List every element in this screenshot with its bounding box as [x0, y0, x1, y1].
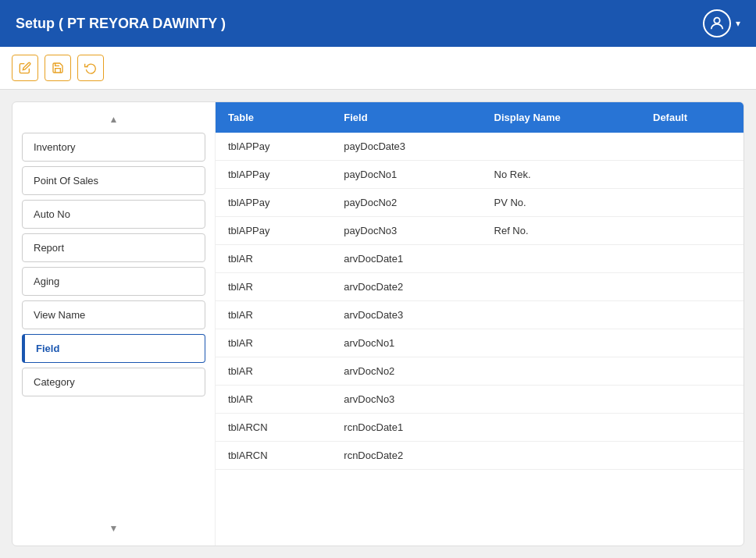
cell-field: arvDocNo2 — [331, 357, 481, 386]
col-header-display_name: Display Name — [482, 102, 640, 133]
table-row[interactable]: tblARarvDocDate1 — [216, 245, 744, 273]
cell-display_name — [482, 245, 640, 273]
sidebar-item-auto-no[interactable]: Auto No — [22, 200, 205, 229]
edit-button[interactable] — [12, 55, 38, 81]
cell-display_name — [482, 414, 640, 442]
cell-table: tblAPPay — [216, 189, 331, 217]
col-header-field: Field — [331, 102, 481, 133]
toolbar — [0, 47, 756, 90]
cell-table: tblARCN — [216, 414, 331, 442]
sidebar-collapse-button[interactable]: ▲ — [12, 110, 215, 133]
cell-table: tblAPPay — [216, 133, 331, 161]
cell-table: tblAPPay — [216, 161, 331, 189]
table-row[interactable]: tblAPPaypayDocNo2PV No. — [216, 189, 744, 217]
table-row[interactable]: tblARarvDocNo2 — [216, 357, 744, 386]
cell-table: tblAR — [216, 245, 331, 273]
table-row[interactable]: tblAPPaypayDocNo1No Rek. — [216, 161, 744, 189]
cell-field: arvDocDate2 — [331, 273, 481, 301]
chevron-down-icon: ▾ — [736, 18, 740, 29]
svg-point-0 — [714, 18, 719, 23]
cell-table: tblAR — [216, 386, 331, 414]
cell-display_name: PV No. — [482, 189, 640, 217]
table-row[interactable]: tblARarvDocDate2 — [216, 273, 744, 301]
cell-default — [640, 217, 744, 245]
sidebar-expand-button[interactable]: ▼ — [12, 515, 215, 538]
app-title: Setup ( PT REYORA DAWINTY ) — [16, 16, 226, 32]
cell-table: tblARCN — [216, 442, 331, 470]
cell-default — [640, 414, 744, 442]
cell-field: payDocNo3 — [331, 217, 481, 245]
cell-table: tblAR — [216, 273, 331, 301]
cell-field: arvDocDate3 — [331, 301, 481, 329]
cell-field: arvDocDate1 — [331, 245, 481, 273]
sidebar-item-inventory[interactable]: Inventory — [22, 133, 205, 162]
data-table: TableFieldDisplay NameDefault tblAPPaypa… — [216, 102, 744, 470]
cell-display_name — [482, 301, 640, 329]
table-row[interactable]: tblARCNrcnDocDate1 — [216, 414, 744, 442]
cell-default — [640, 161, 744, 189]
sidebar-items-list: InventoryPoint Of SalesAuto NoReportAgin… — [12, 133, 215, 515]
cell-display_name: Ref No. — [482, 217, 640, 245]
cell-field: rcnDocDate1 — [331, 414, 481, 442]
cell-default — [640, 301, 744, 329]
cell-display_name — [482, 273, 640, 301]
content-card: ▲ InventoryPoint Of SalesAuto NoReportAg… — [12, 101, 744, 546]
table-row[interactable]: tblARarvDocDate3 — [216, 301, 744, 329]
sidebar-item-report[interactable]: Report — [22, 233, 205, 262]
table-row[interactable]: tblAPPaypayDocNo3Ref No. — [216, 217, 744, 245]
cell-table: tblAR — [216, 301, 331, 329]
cell-default — [640, 273, 744, 301]
col-header-default: Default — [640, 102, 744, 133]
table-row[interactable]: tblARarvDocNo3 — [216, 386, 744, 414]
sidebar-item-point-of-sales[interactable]: Point Of Sales — [22, 166, 205, 195]
cell-display_name — [482, 329, 640, 357]
save-button[interactable] — [45, 55, 71, 81]
cell-default — [640, 442, 744, 470]
cell-field: arvDocNo3 — [331, 386, 481, 414]
cell-field: arvDocNo1 — [331, 329, 481, 357]
user-menu[interactable]: ▾ — [703, 9, 740, 37]
table-wrapper[interactable]: TableFieldDisplay NameDefault tblAPPaypa… — [216, 102, 744, 546]
cell-table: tblAPPay — [216, 217, 331, 245]
table-row[interactable]: tblARCNrcnDocDate2 — [216, 442, 744, 470]
cell-default — [640, 386, 744, 414]
cell-default — [640, 245, 744, 273]
reset-button[interactable] — [77, 55, 104, 81]
cell-table: tblAR — [216, 357, 331, 386]
cell-display_name — [482, 133, 640, 161]
table-row[interactable]: tblARarvDocNo1 — [216, 329, 744, 357]
cell-display_name — [482, 442, 640, 470]
cell-default — [640, 133, 744, 161]
avatar — [703, 9, 731, 37]
cell-table: tblAR — [216, 329, 331, 357]
table-header-row: TableFieldDisplay NameDefault — [216, 102, 744, 133]
cell-display_name — [482, 357, 640, 386]
header: Setup ( PT REYORA DAWINTY ) ▾ — [0, 0, 756, 47]
sidebar-item-field[interactable]: Field — [22, 334, 205, 363]
cell-field: payDocDate3 — [331, 133, 481, 161]
cell-default — [640, 357, 744, 386]
cell-field: payDocNo2 — [331, 189, 481, 217]
sidebar-item-aging[interactable]: Aging — [22, 267, 205, 296]
sidebar-item-category[interactable]: Category — [22, 368, 205, 396]
sidebar: ▲ InventoryPoint Of SalesAuto NoReportAg… — [12, 102, 216, 546]
cell-field: payDocNo1 — [331, 161, 481, 189]
col-header-table: Table — [216, 102, 331, 133]
table-area: TableFieldDisplay NameDefault tblAPPaypa… — [216, 102, 744, 546]
sidebar-item-view-name[interactable]: View Name — [22, 300, 205, 329]
cell-display_name: No Rek. — [482, 161, 640, 189]
cell-field: rcnDocDate2 — [331, 442, 481, 470]
cell-default — [640, 329, 744, 357]
main-content: ▲ InventoryPoint Of SalesAuto NoReportAg… — [0, 90, 756, 558]
cell-display_name — [482, 386, 640, 414]
cell-default — [640, 189, 744, 217]
table-row[interactable]: tblAPPaypayDocDate3 — [216, 133, 744, 161]
